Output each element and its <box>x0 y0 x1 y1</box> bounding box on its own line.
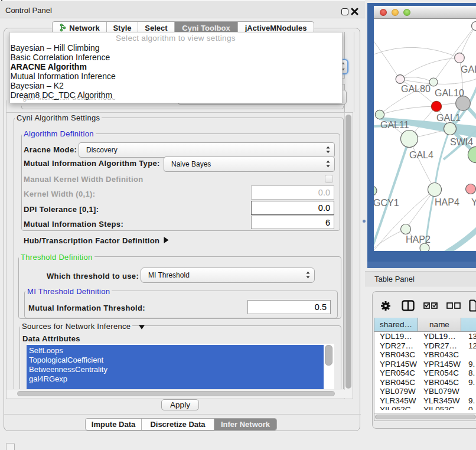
svg-text:GAL4: GAL4 <box>409 150 433 160</box>
svg-text:GAL7: GAL7 <box>461 64 476 74</box>
svg-text:Y: Y <box>471 197 476 207</box>
svg-text:HAP2: HAP2 <box>406 234 431 244</box>
svg-text:SWI4: SWI4 <box>450 137 473 147</box>
svg-text:GAL10: GAL10 <box>435 88 464 98</box>
svg-text:HAP4: HAP4 <box>435 197 459 207</box>
svg-text:GCY1: GCY1 <box>374 198 399 208</box>
svg-text:GAL1: GAL1 <box>436 113 461 123</box>
svg-text:GAL80: GAL80 <box>401 84 431 94</box>
svg-text:GAL11: GAL11 <box>380 120 409 130</box>
